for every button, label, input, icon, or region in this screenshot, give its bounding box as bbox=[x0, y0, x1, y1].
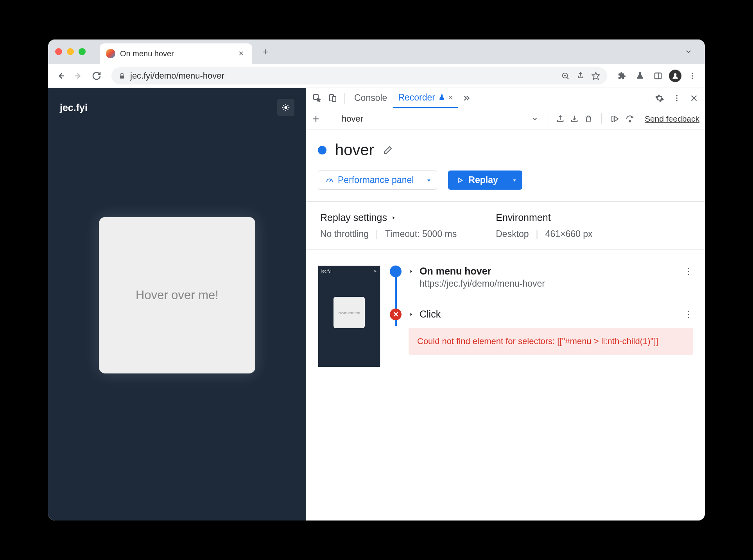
extensions-button[interactable] bbox=[615, 69, 629, 83]
browser-tab[interactable]: On menu hover × bbox=[100, 43, 252, 64]
svg-marker-33 bbox=[614, 116, 618, 122]
replay-button[interactable]: Replay bbox=[448, 171, 506, 190]
svg-rect-7 bbox=[655, 73, 662, 79]
replay-settings-toggle[interactable]: Replay settings bbox=[320, 212, 457, 223]
devtools-panel: Console Recorder × bbox=[306, 88, 705, 521]
env-device-value: Desktop bbox=[496, 229, 529, 239]
svg-point-13 bbox=[284, 106, 287, 109]
device-toggle-button[interactable] bbox=[326, 91, 340, 105]
chevron-right-icon bbox=[391, 215, 396, 221]
inspect-element-button[interactable] bbox=[310, 91, 324, 105]
tab-title: On menu hover bbox=[120, 49, 231, 58]
step-marker-error-icon: ✕ bbox=[390, 309, 402, 320]
tab-strip: On menu hover × + bbox=[48, 39, 705, 64]
edit-title-button[interactable] bbox=[383, 145, 393, 155]
step-marker-ok-icon bbox=[390, 266, 402, 277]
svg-point-27 bbox=[676, 100, 678, 101]
browser-toolbar: jec.fyi/demo/menu-hover bbox=[48, 64, 705, 88]
tab-recorder[interactable]: Recorder × bbox=[393, 88, 457, 108]
new-recording-button[interactable] bbox=[312, 115, 320, 123]
step-over-button[interactable] bbox=[625, 114, 635, 124]
favicon-icon bbox=[106, 49, 115, 58]
back-button[interactable] bbox=[54, 69, 68, 83]
hover-text: Hover over me! bbox=[136, 288, 219, 302]
site-logo[interactable]: jec.fyi bbox=[60, 102, 88, 113]
hover-card[interactable]: Hover over me! bbox=[99, 217, 255, 373]
close-tab-icon[interactable]: × bbox=[448, 93, 453, 102]
timeline-step: On menu hover ⋮ https://jec.fyi/demo/men… bbox=[390, 266, 693, 289]
svg-point-10 bbox=[692, 72, 693, 74]
svg-point-34 bbox=[629, 120, 631, 122]
reload-button[interactable] bbox=[90, 69, 104, 83]
recorder-body: hover Performance panel bbox=[306, 129, 705, 521]
step-thumbnail: jec.fyi☀ Hover over me! bbox=[318, 266, 380, 367]
tab-console[interactable]: Console bbox=[350, 88, 392, 108]
expand-tabs-button[interactable] bbox=[685, 48, 692, 56]
devtools-menu-button[interactable] bbox=[670, 91, 684, 105]
new-tab-button[interactable]: + bbox=[262, 46, 268, 58]
step-menu-button[interactable]: ⋮ bbox=[684, 309, 693, 320]
svg-line-35 bbox=[330, 179, 331, 182]
more-tabs-button[interactable] bbox=[459, 91, 473, 105]
theme-toggle-button[interactable] bbox=[277, 99, 294, 116]
performance-panel-button[interactable]: Performance panel bbox=[318, 171, 421, 190]
zoom-icon[interactable] bbox=[561, 72, 570, 80]
timeout-value: Timeout: 5000 ms bbox=[385, 229, 457, 239]
page-viewport: jec.fyi Hover over me! bbox=[48, 88, 306, 521]
minimize-window-button[interactable] bbox=[67, 48, 74, 55]
url-text: jec.fyi/demo/menu-hover bbox=[130, 71, 556, 81]
play-icon bbox=[457, 177, 464, 184]
svg-marker-36 bbox=[427, 179, 430, 181]
svg-line-20 bbox=[283, 109, 284, 110]
chrome-menu-button[interactable] bbox=[685, 69, 699, 83]
labs-button[interactable] bbox=[633, 69, 647, 83]
devtools-settings-button[interactable] bbox=[653, 91, 667, 105]
side-panel-button[interactable] bbox=[651, 69, 665, 83]
window-controls bbox=[55, 48, 86, 55]
svg-rect-24 bbox=[332, 97, 336, 102]
performance-panel-options[interactable] bbox=[421, 171, 437, 190]
share-icon[interactable] bbox=[577, 72, 584, 80]
delete-button[interactable] bbox=[584, 115, 593, 123]
svg-line-19 bbox=[288, 109, 289, 110]
forward-button[interactable] bbox=[72, 69, 86, 83]
error-message: Could not find element for selectors: [[… bbox=[409, 328, 693, 355]
svg-point-9 bbox=[674, 73, 677, 76]
chevron-right-icon[interactable] bbox=[409, 269, 414, 274]
svg-marker-37 bbox=[459, 178, 463, 182]
close-tab-button[interactable]: × bbox=[236, 48, 246, 59]
maximize-window-button[interactable] bbox=[79, 48, 86, 55]
close-window-button[interactable] bbox=[55, 48, 62, 55]
step-url: https://jec.fyi/demo/menu-hover bbox=[420, 278, 693, 289]
recorder-toolbar: hover bbox=[306, 108, 705, 129]
bookmark-icon[interactable] bbox=[592, 72, 600, 80]
profile-button[interactable] bbox=[669, 70, 681, 82]
svg-point-25 bbox=[676, 95, 678, 96]
timeline-step: ✕ Click ⋮ Could not find element for sel… bbox=[390, 309, 693, 355]
address-bar[interactable]: jec.fyi/demo/menu-hover bbox=[111, 67, 607, 84]
svg-point-11 bbox=[692, 75, 693, 77]
devtools-close-button[interactable] bbox=[687, 91, 701, 105]
svg-line-4 bbox=[567, 77, 569, 79]
recording-dropdown-icon[interactable] bbox=[531, 115, 538, 122]
step-title[interactable]: On menu hover bbox=[420, 266, 491, 277]
svg-marker-41 bbox=[411, 312, 412, 316]
lock-icon bbox=[118, 72, 126, 79]
svg-marker-6 bbox=[592, 72, 599, 79]
chevron-right-icon[interactable] bbox=[409, 312, 414, 317]
settings-section: Replay settings No throttling | Timeout:… bbox=[306, 201, 705, 250]
step-title[interactable]: Click bbox=[420, 309, 441, 320]
svg-line-21 bbox=[288, 105, 289, 106]
send-feedback-link[interactable]: Send feedback bbox=[645, 114, 699, 124]
import-button[interactable] bbox=[570, 115, 579, 123]
svg-rect-2 bbox=[120, 75, 124, 79]
replay-options[interactable] bbox=[507, 171, 522, 190]
svg-point-26 bbox=[676, 97, 678, 99]
svg-marker-39 bbox=[393, 216, 395, 219]
continue-button[interactable] bbox=[610, 114, 620, 124]
browser-window: On menu hover × + jec.fyi/demo/menu-hove… bbox=[48, 39, 705, 521]
step-menu-button[interactable]: ⋮ bbox=[684, 266, 693, 277]
export-button[interactable] bbox=[556, 115, 565, 123]
throttling-value: No throttling bbox=[320, 229, 369, 239]
recording-selector[interactable]: hover bbox=[338, 114, 526, 124]
